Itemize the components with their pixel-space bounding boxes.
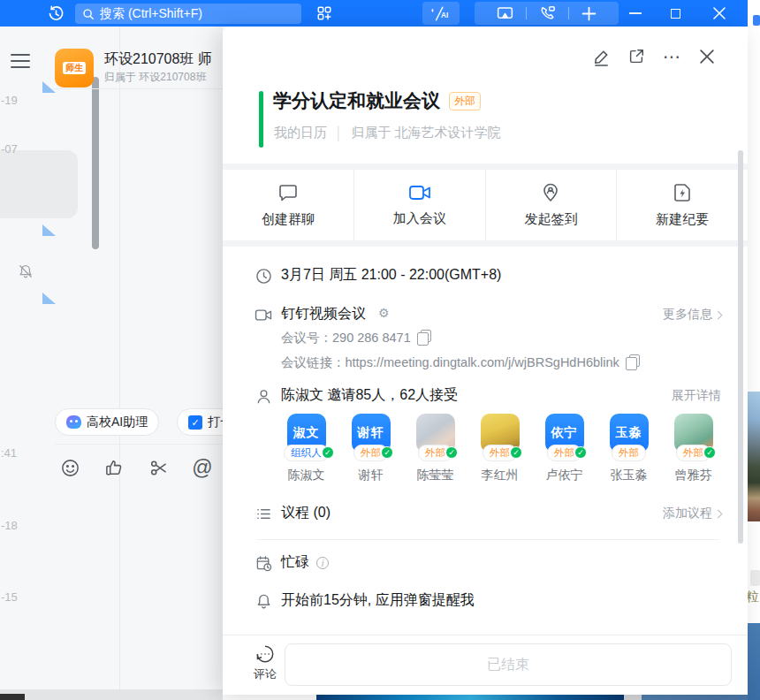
reminder-text: 开始前15分钟, 应用弹窗提醒我 bbox=[281, 591, 475, 610]
accepted-check-icon bbox=[445, 446, 458, 459]
event-time: 3月7日 周五 21:00 - 22:00(GMT+8) bbox=[281, 266, 501, 285]
background-blue-strip bbox=[642, 695, 748, 700]
add-agenda-link[interactable]: 添加议程 bbox=[663, 506, 721, 521]
chat-header-divider bbox=[53, 88, 223, 89]
background-chip bbox=[750, 570, 760, 586]
chat-background: -19 -07 :41 -18 -15 师生 环设210708班 师 归属于 环… bbox=[0, 27, 223, 689]
attendees-summary: 陈淑文 邀请85人，62人接受 bbox=[281, 386, 458, 405]
meeting-link[interactable]: https://meeting.dingtalk.com/j/wjBRSgHdH… bbox=[346, 355, 619, 369]
selected-chat-item[interactable] bbox=[0, 150, 78, 218]
attendee-name: 张玉淼 bbox=[611, 468, 648, 483]
panel-footer: 评论 已结束 bbox=[223, 635, 748, 695]
new-minutes-button[interactable]: 新建纪要 bbox=[616, 170, 748, 240]
panel-scrollbar[interactable] bbox=[738, 150, 743, 544]
close-panel-icon[interactable] bbox=[696, 46, 718, 67]
close-window-button[interactable] bbox=[707, 0, 732, 27]
background-blue-mark bbox=[753, 15, 760, 26]
attendee[interactable]: 依宁 外部 卢依宁 bbox=[532, 414, 597, 483]
event-status-button: 已结束 bbox=[285, 643, 732, 686]
attendees-icon bbox=[255, 387, 272, 405]
emoji-icon[interactable] bbox=[58, 456, 81, 479]
copy-icon[interactable] bbox=[418, 332, 428, 344]
chevron-right-icon bbox=[714, 509, 723, 518]
event-detail-panel: ⋯ 学分认定和就业会议 外部 我的日历 │ 归属于 北海艺术设计学院 创建群聊 bbox=[223, 27, 748, 695]
unread-corner-mark bbox=[42, 81, 56, 93]
start-checkin-button[interactable]: 发起签到 bbox=[485, 170, 617, 240]
divider bbox=[526, 7, 527, 19]
accepted-check-icon bbox=[381, 446, 393, 459]
expand-details-link[interactable]: 展开详情 bbox=[672, 388, 721, 404]
open-external-icon[interactable] bbox=[626, 46, 647, 67]
busy-row: 忙碌i bbox=[281, 553, 329, 572]
role-badge: 外部 bbox=[547, 445, 581, 461]
more-icon[interactable]: ⋯ bbox=[661, 46, 682, 67]
meeting-settings-icon[interactable]: ⚙ bbox=[378, 306, 390, 320]
attendee-name: 卢依宁 bbox=[546, 468, 583, 483]
thumbs-up-icon[interactable] bbox=[103, 456, 125, 479]
add-icon[interactable] bbox=[581, 6, 597, 21]
external-badge: 外部 bbox=[449, 92, 481, 110]
join-meeting-button[interactable]: 加入会议 bbox=[353, 170, 485, 240]
create-group-chat-button[interactable]: 创建群聊 bbox=[223, 170, 353, 240]
agenda-label: 议程 (0) bbox=[281, 504, 331, 522]
avatar-label: 师生 bbox=[63, 62, 86, 74]
calendar-owner: 归属于 北海艺术设计学院 bbox=[351, 125, 500, 141]
more-info-link[interactable]: 更多信息 bbox=[663, 307, 721, 323]
video-call-icon[interactable] bbox=[539, 5, 556, 21]
attendee-name: 谢轩 bbox=[359, 468, 384, 483]
background-blue-image bbox=[748, 623, 760, 700]
edit-icon[interactable] bbox=[590, 46, 612, 67]
role-badge: 外部 bbox=[483, 445, 517, 461]
meeting-name: 钉钉视频会议 bbox=[281, 305, 366, 323]
window-bottom-edge bbox=[0, 689, 223, 700]
busy-status-icon bbox=[255, 554, 272, 572]
minimize-button[interactable] bbox=[623, 0, 648, 27]
clock-icon bbox=[255, 267, 272, 285]
chat-timestamp: -18 bbox=[1, 519, 18, 532]
attendee[interactable]: 外部 李红州 bbox=[467, 414, 532, 483]
clock-in-button[interactable]: ✓ 打卡 bbox=[177, 408, 223, 436]
maximize-button[interactable] bbox=[663, 0, 688, 27]
clock-in-label: 打卡 bbox=[208, 415, 223, 430]
attendee[interactable]: 外部 陈莹莹 bbox=[403, 414, 467, 483]
action-bar: 创建群聊 加入会议 发起签到 新建纪要 bbox=[223, 170, 748, 240]
comment-button[interactable]: 评论 bbox=[246, 644, 285, 682]
meeting-link-row: 会议链接：https://meeting.dingtalk.com/j/wjBR… bbox=[281, 354, 636, 371]
chat-group-avatar[interactable]: 师生 bbox=[55, 49, 94, 88]
copy-icon[interactable] bbox=[627, 357, 636, 369]
chat-bubble-icon bbox=[277, 182, 299, 203]
agenda-list-icon bbox=[255, 505, 272, 522]
attendee[interactable]: 淑文 组织人 陈淑文 bbox=[274, 414, 338, 483]
menu-icon[interactable] bbox=[11, 49, 30, 65]
scissors-icon[interactable] bbox=[147, 456, 170, 479]
app-window: 粒 搜索 (Ctrl+Shift+F) AI bbox=[0, 0, 760, 700]
chatlist-scrollbar[interactable] bbox=[92, 77, 99, 249]
attendee[interactable]: 谢轩 外部 谢轩 bbox=[338, 414, 403, 483]
search-input[interactable]: 搜索 (Ctrl+Shift+F) bbox=[75, 4, 301, 24]
accepted-check-icon bbox=[510, 446, 522, 459]
search-icon bbox=[82, 8, 95, 20]
section-gap bbox=[223, 240, 748, 247]
attendee[interactable]: 玉淼 外部 张玉淼 bbox=[597, 414, 661, 483]
role-badge: 外部 bbox=[676, 445, 711, 461]
unread-corner-mark bbox=[42, 293, 56, 304]
background-gap-strip bbox=[624, 695, 642, 700]
accepted-check-icon bbox=[322, 446, 334, 459]
comment-bubble-icon bbox=[255, 644, 275, 664]
comment-label: 评论 bbox=[246, 666, 285, 682]
mention-icon[interactable]: @ bbox=[191, 456, 214, 479]
attendee[interactable]: 外部 曾雅芬 bbox=[661, 414, 726, 483]
input-toolbar-divider bbox=[55, 444, 223, 445]
info-icon[interactable]: i bbox=[316, 557, 329, 569]
role-badge: 组织人 bbox=[284, 445, 329, 461]
titlebar: 搜索 (Ctrl+Shift+F) AI bbox=[0, 0, 748, 27]
attendee-name: 李红州 bbox=[482, 468, 519, 483]
history-icon[interactable] bbox=[42, 0, 69, 27]
apps-grid-icon[interactable] bbox=[311, 0, 338, 27]
chat-timestamp: -15 bbox=[1, 590, 18, 604]
screen-cast-icon[interactable] bbox=[497, 6, 513, 21]
section-gap bbox=[223, 164, 748, 170]
ai-translate-icon[interactable]: AI bbox=[422, 2, 460, 25]
ai-assistant-button[interactable]: 高校AI助理 bbox=[55, 408, 159, 436]
action-label: 新建纪要 bbox=[656, 211, 709, 228]
